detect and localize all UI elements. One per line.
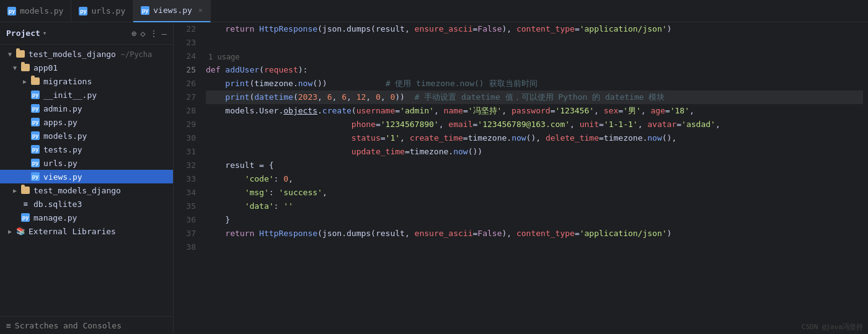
folder-icon [20, 185, 31, 196]
db-file-icon: ≡ [20, 198, 31, 209]
sidebar-item-urls[interactable]: py urls.py [0, 156, 173, 170]
chevron-down-icon: ▼ [5, 51, 15, 58]
code-line-29: phone='1234567890', email='123456789@163… [206, 118, 863, 131]
sidebar-views-label: views.py [43, 172, 82, 182]
folder-icon [15, 48, 26, 59]
more-options-icon[interactable]: ⋮ [149, 29, 158, 38]
tab-models[interactable]: py models.py [0, 0, 71, 22]
code-line-34: 'msg': 'success', [206, 186, 863, 200]
sidebar-item-db[interactable]: ≡ db.sqlite3 [0, 197, 173, 211]
sidebar-item-init[interactable]: py __init__.py [0, 88, 173, 102]
sidebar-tests-label: tests.py [43, 145, 82, 154]
libraries-icon: 📚 [15, 226, 26, 237]
code-line-23 [206, 36, 863, 50]
chevron-down-icon: ▼ [10, 64, 20, 71]
tab-views[interactable]: py views.py × [133, 0, 210, 22]
sidebar-item-tests[interactable]: py tests.py [0, 143, 173, 156]
tab-models-label: models.py [20, 6, 63, 15]
sidebar-external-libraries-label: External Libraries [29, 227, 116, 236]
sidebar-item-migrations[interactable]: ▶ migrations [0, 74, 173, 88]
sidebar-item-test-models-sub[interactable]: ▶ test_models_django [0, 183, 173, 197]
sidebar-test-models-sub-label: test_models_django [33, 186, 121, 195]
sidebar-item-root[interactable]: ▼ test_models_django ~/Pycha [0, 47, 173, 61]
py-file-icon: py [30, 144, 41, 155]
sidebar-apps-label: apps.py [43, 118, 78, 127]
sidebar-manage-label: manage.py [33, 213, 77, 222]
sidebar: Project ▾ ⊕ ◇ ⋮ — ▼ test_models_django ~… [0, 22, 174, 334]
sidebar-root-label: test_models_django ~/Pycha [29, 50, 152, 59]
py-file-icon: py [20, 212, 31, 223]
code-line-38 [206, 240, 863, 254]
py-file-icon: py [30, 89, 41, 100]
py-file-icon: py [30, 157, 41, 169]
sidebar-item-manage[interactable]: py manage.py [0, 211, 173, 224]
code-area[interactable]: 22 23 24 25 26 27 28 29 30 31 32 33 34 3… [174, 22, 868, 334]
tab-views-close[interactable]: × [198, 6, 203, 14]
sidebar-title: Project ▾ [6, 29, 46, 38]
code-line-33: 'code': 0, [206, 172, 863, 186]
code-line-32: result = { [206, 159, 863, 172]
folder-icon [30, 76, 41, 87]
line-numbers: 22 23 24 25 26 27 28 29 30 31 32 33 34 3… [174, 22, 201, 334]
tab-views-icon: py [141, 6, 149, 15]
code-line-30: status='1', create_time=timezone.now(), … [206, 131, 863, 145]
tab-models-icon: py [7, 7, 16, 15]
code-content[interactable]: return HttpResponse(json.dumps(result, e… [201, 22, 868, 334]
sidebar-migrations-label: migrations [43, 77, 92, 86]
folder-icon [20, 62, 31, 73]
code-line-27: 💡 print(datetime(2023, 6, 6, 12, 0, 0)) … [206, 90, 863, 104]
sidebar-item-apps[interactable]: py apps.py [0, 115, 173, 129]
code-line-22: return HttpResponse(json.dumps(result, e… [206, 22, 863, 36]
sidebar-controls: ⊕ ◇ ⋮ — [131, 29, 167, 38]
sidebar-app01-label: app01 [33, 63, 58, 73]
scratches-icon: ≡ [6, 321, 11, 330]
tab-urls-icon: py [79, 7, 87, 15]
py-file-icon: py [30, 103, 41, 114]
main-area: Project ▾ ⊕ ◇ ⋮ — ▼ test_models_django ~… [0, 22, 868, 334]
project-label: Project [6, 29, 40, 38]
code-line-36: } [206, 213, 863, 227]
sidebar-init-label: __init__.py [43, 90, 97, 100]
usage-hint: 1 usage [206, 50, 240, 63]
sidebar-scratches-label: Scratches and Consoles [15, 321, 122, 330]
sidebar-urls-label: urls.py [43, 159, 78, 168]
chevron-right-icon: ▶ [20, 78, 30, 85]
code-line-28: models.User.objects.create(username='adm… [206, 104, 863, 118]
minimize-icon[interactable]: — [162, 29, 167, 38]
code-line-37: return HttpResponse(json.dumps(result, e… [206, 227, 863, 240]
py-file-icon: py [30, 171, 41, 182]
sidebar-item-admin[interactable]: py admin.py [0, 102, 173, 115]
sidebar-item-app01[interactable]: ▼ app01 [0, 61, 173, 74]
chevron-right-icon: ▶ [5, 228, 15, 235]
watermark: CSDN @java冯坚持 [802, 322, 863, 332]
tab-urls[interactable]: py urls.py [71, 0, 133, 22]
new-file-icon[interactable]: ⊕ [131, 29, 136, 38]
tab-urls-label: urls.py [91, 6, 125, 15]
hint-icon: 💡 [201, 90, 203, 104]
chevron-down-icon: ▾ [43, 29, 47, 37]
sidebar-db-label: db.sqlite3 [33, 200, 82, 209]
sidebar-admin-label: admin.py [43, 104, 82, 113]
chevron-right-icon: ▶ [10, 187, 20, 194]
code-line-25: def addUser(request): [206, 63, 863, 77]
sidebar-bottom: ≡ Scratches and Consoles [0, 316, 173, 334]
code-line-24: 1 usage [206, 50, 863, 63]
sidebar-item-views[interactable]: py views.py [0, 170, 173, 183]
py-file-icon: py [30, 116, 41, 128]
tab-views-label: views.py [153, 6, 192, 15]
code-line-26: print(timezone.now()) # 使用 timezone.now(… [206, 77, 863, 90]
sidebar-models-label: models.py [43, 131, 87, 141]
editor: 22 23 24 25 26 27 28 29 30 31 32 33 34 3… [174, 22, 868, 334]
sidebar-header: Project ▾ ⊕ ◇ ⋮ — [0, 22, 173, 45]
tab-bar: py models.py py urls.py py views.py × [0, 0, 868, 22]
sidebar-tree: ▼ test_models_django ~/Pycha ▼ app01 [0, 45, 173, 316]
sidebar-item-scratches[interactable]: ≡ Scratches and Consoles [0, 317, 173, 334]
code-line-31: update_time=timezone.now()) [206, 145, 863, 159]
sidebar-item-models[interactable]: py models.py [0, 129, 173, 143]
code-line-35: 'data': '' [206, 200, 863, 213]
py-file-icon: py [30, 130, 41, 141]
new-folder-icon[interactable]: ◇ [140, 29, 145, 38]
sidebar-item-external-libraries[interactable]: ▶ 📚 External Libraries [0, 224, 173, 238]
